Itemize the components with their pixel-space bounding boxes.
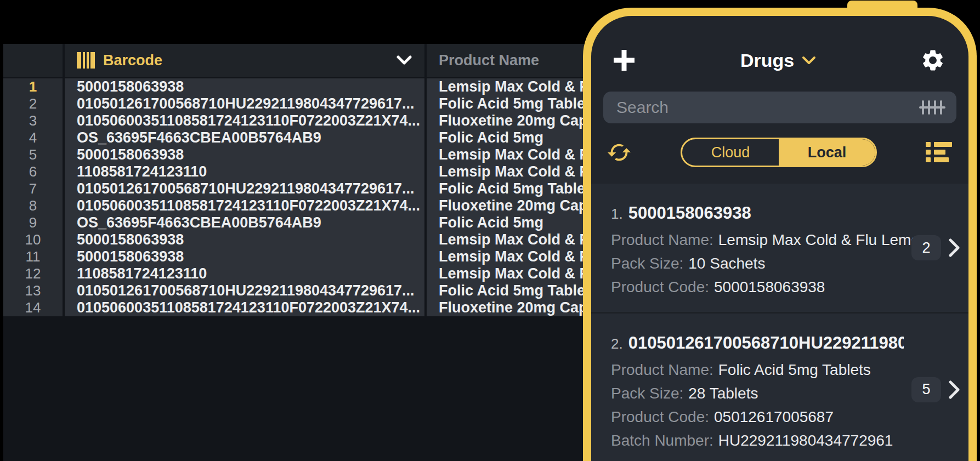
row-number: 4 [3, 129, 63, 146]
drug-entry[interactable]: 2.010501261700568710HU229211980...Produc… [591, 314, 968, 461]
add-button[interactable] [612, 48, 636, 72]
product-name-cell[interactable]: Fluoxetine 20mg Capsu [427, 299, 603, 316]
barcode-cell[interactable]: 010501261700568710HU2292119804347729617.… [65, 180, 424, 197]
quantity-badge: 2 [911, 235, 941, 260]
barcode-cell[interactable]: 1108581724123110 [65, 163, 424, 180]
product-name-cell[interactable]: Lemsip Max Cold & Flu [427, 163, 603, 180]
table-row[interactable]: 13010501261700568710HU229211980434772961… [3, 282, 603, 299]
entry-side: 5 [911, 377, 960, 402]
barcode-column-header[interactable]: Barcode [65, 44, 424, 77]
chevron-right-icon [949, 380, 960, 399]
entry-index: 2. [611, 335, 623, 352]
barcode-cell[interactable]: 010501261700568710HU2292119804347729617.… [65, 282, 424, 299]
barcode-cell[interactable]: OS_63695F4663CBEA00B5764AB9 [65, 214, 424, 231]
barcode-column-label: Barcode [103, 52, 162, 69]
table-row[interactable]: 15000158063938Lemsip Max Cold & Flu [3, 78, 603, 95]
phone-header: Drugs [591, 16, 968, 73]
row-number: 13 [3, 282, 63, 299]
field-label: Product Name: [611, 361, 713, 378]
collection-dropdown[interactable]: Drugs [740, 50, 816, 71]
field-label: Product Name: [611, 231, 713, 248]
product-name-cell[interactable]: Lemsip Max Cold & Flu [427, 78, 603, 95]
phone-frame: Drugs Search [583, 8, 977, 461]
table-row[interactable]: 121108581724123110Lemsip Max Cold & Flu [3, 265, 603, 282]
table-row[interactable]: 7010501261700568710HU2292119804347729617… [3, 180, 603, 197]
product-name-cell[interactable]: Folic Acid 5mg Tablets [427, 95, 603, 112]
table-row[interactable]: 61108581724123110Lemsip Max Cold & Flu [3, 163, 603, 180]
product-name-cell[interactable]: Folic Acid 5mg Tablets [427, 180, 603, 197]
quantity-badge: 5 [911, 377, 941, 402]
local-tab[interactable]: Local [779, 139, 875, 166]
controls-row: Cloud Local [607, 138, 952, 167]
barcode-cell[interactable]: 5000158063938 [65, 231, 424, 248]
field-value: 5000158063938 [714, 278, 825, 295]
product-name-cell[interactable]: Lemsip Max Cold & Flu [427, 146, 603, 163]
row-number: 2 [3, 95, 63, 112]
barcode-cell[interactable]: 01050600351108581724123110F0722003Z21X74… [65, 197, 424, 214]
refresh-button[interactable] [607, 140, 632, 165]
field-label: Pack Size: [611, 385, 683, 402]
field-value: Lemsip Max Cold & Flu Lemo... [718, 231, 933, 248]
table-row[interactable]: 801050600351108581724123110F0722003Z21X7… [3, 197, 603, 214]
table-row[interactable]: 301050600351108581724123110F0722003Z21X7… [3, 112, 603, 129]
product-name-cell[interactable]: Lemsip Max Cold & Flu [427, 231, 603, 248]
barcode-cell[interactable]: 01050600351108581724123110F0722003Z21X74… [65, 299, 424, 316]
chevron-down-icon [802, 56, 816, 65]
settings-button[interactable] [920, 48, 945, 73]
sliders-icon[interactable] [919, 96, 945, 118]
barcode-cell[interactable]: 1108581724123110 [65, 265, 424, 282]
drug-entry[interactable]: 1.5000158063938Product Name:Lemsip Max C… [591, 184, 968, 312]
barcode-table: Barcode Product Name 15000158063938Lemsi… [3, 44, 603, 461]
field-value: HU229211980434772961 [718, 432, 893, 449]
entry-field: Product Code:05012617005687 [611, 408, 904, 425]
product-name-cell[interactable]: Folic Acid 5mg [427, 129, 603, 146]
chevron-down-icon[interactable] [396, 55, 412, 65]
entry-barcode: 2.010501261700568710HU229211980... [611, 332, 904, 355]
row-number: 12 [3, 265, 63, 282]
product-name-cell[interactable]: Lemsip Max Cold & Flu [427, 248, 603, 265]
product-name-cell[interactable]: Fluoxetine 20mg Capsu [427, 112, 603, 129]
table-row[interactable]: 105000158063938Lemsip Max Cold & Flu [3, 231, 603, 248]
table-row[interactable]: 4OS_63695F4663CBEA00B5764AB9Folic Acid 5… [3, 129, 603, 146]
row-number: 9 [3, 214, 63, 231]
table-row[interactable]: 2010501261700568710HU2292119804347729617… [3, 95, 603, 112]
phone-side-button [847, 1, 917, 15]
barcode-cell[interactable]: OS_63695F4663CBEA00B5764AB9 [65, 129, 424, 146]
table-row[interactable]: 55000158063938Lemsip Max Cold & Flu [3, 146, 603, 163]
list-icon [926, 141, 952, 164]
field-value: 10 Sachets [688, 255, 765, 272]
table-row[interactable]: 115000158063938Lemsip Max Cold & Flu [3, 248, 603, 265]
row-number: 14 [3, 299, 63, 316]
drug-list: 1.5000158063938Product Name:Lemsip Max C… [591, 184, 968, 461]
barcode-cell[interactable]: 010501261700568710HU2292119804347729617.… [65, 95, 424, 112]
field-label: Batch Number: [611, 432, 713, 449]
search-input[interactable]: Search [603, 92, 956, 123]
cloud-local-segmented-control: Cloud Local [681, 138, 877, 167]
barcode-icon [77, 52, 95, 69]
entry-field: Product Code:5000158063938 [611, 278, 904, 295]
product-name-column-header[interactable]: Product Name [427, 44, 603, 77]
product-name-cell[interactable]: Lemsip Max Cold & Flu [427, 265, 603, 282]
row-number: 10 [3, 231, 63, 248]
table-header-row: Barcode Product Name [3, 44, 603, 77]
barcode-cell[interactable]: 5000158063938 [65, 146, 424, 163]
product-name-cell[interactable]: Fluoxetine 20mg Capsu [427, 197, 603, 214]
table-row[interactable]: 1401050600351108581724123110F0722003Z21X… [3, 299, 603, 316]
plus-icon [612, 48, 636, 72]
barcode-cell[interactable]: 5000158063938 [65, 248, 424, 265]
field-label: Product Code: [611, 278, 709, 295]
cloud-tab[interactable]: Cloud [682, 139, 779, 166]
entry-index: 1. [611, 206, 623, 222]
barcode-cell[interactable]: 5000158063938 [65, 78, 424, 95]
entry-field: Batch Number:HU229211980434772961 [611, 432, 904, 449]
row-number: 7 [3, 180, 63, 197]
field-value: 28 Tablets [688, 385, 758, 402]
row-number: 6 [3, 163, 63, 180]
table-row[interactable]: 9OS_63695F4663CBEA00B5764AB9Folic Acid 5… [3, 214, 603, 231]
collection-title: Drugs [740, 50, 794, 71]
product-name-cell[interactable]: Folic Acid 5mg Tablets [427, 282, 603, 299]
field-value: 05012617005687 [714, 408, 834, 425]
list-view-button[interactable] [926, 141, 952, 164]
barcode-cell[interactable]: 01050600351108581724123110F0722003Z21X74… [65, 112, 424, 129]
product-name-cell[interactable]: Folic Acid 5mg [427, 214, 603, 231]
